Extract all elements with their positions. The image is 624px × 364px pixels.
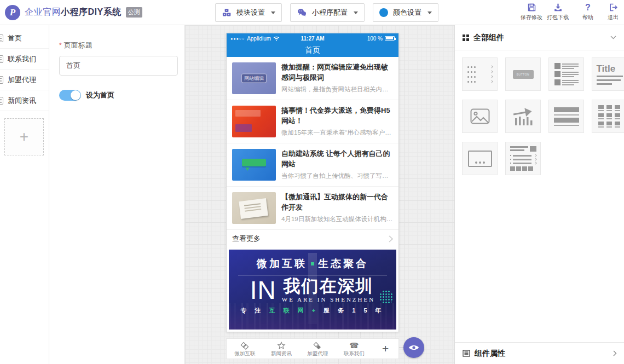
components-header[interactable]: 全部组件 (455, 25, 624, 50)
add-page-button[interactable]: + (4, 118, 44, 155)
page-title-field-label: *页面标题 (59, 41, 93, 50)
news-item[interactable]: 【微加通讯】互动媒体的新一代合作开发 4月19日新加坡知名互动媒体设计机构Pin… (227, 187, 398, 230)
tab-news[interactable]: 新闻资讯 (263, 340, 300, 357)
help-label: 帮助 (582, 14, 593, 21)
news-item[interactable]: 网站编辑 微加提醒：网页编辑应避免出现敏感词与极限词 网站编辑，是指负责网站栏目… (227, 57, 398, 100)
set-home-label: 设为首页 (86, 90, 114, 100)
banner-headline-right: 生态聚合 (318, 258, 368, 269)
view-more-button[interactable]: 查看更多 (227, 230, 398, 247)
news-summary: 网站编辑，是指负责网站栏目相关内容的… (281, 85, 393, 94)
page-doc-icon (0, 97, 3, 105)
components-grid: BUTTON Title (455, 50, 624, 182)
component-article-list[interactable] (505, 142, 541, 175)
save-floppy-icon (527, 3, 536, 12)
news-thumbnail (232, 192, 276, 224)
miniprogram-config-label: 小程序配置 (312, 8, 348, 18)
news-item[interactable]: 自助建站系统 让每个人拥有自己的网站 当你习惯了自拍上传优酷、习惯了写点小… (227, 143, 398, 187)
battery-percent-label: 100 % (367, 36, 383, 42)
component-carousel[interactable] (462, 142, 498, 175)
news-summary: 微加15年来一直秉承着“用心感动客户！”的… (281, 129, 393, 137)
page-doc-icon (0, 55, 3, 63)
miniprogram-config-button[interactable]: 小程序配置 (290, 3, 365, 22)
package-download-button[interactable]: 打包下载 (545, 3, 571, 21)
news-text: 【微加通讯】互动媒体的新一代合作开发 4月19日新加坡知名互动媒体设计机构Pin… (281, 192, 393, 224)
help-button[interactable]: ? 帮助 (580, 3, 596, 21)
sidebar-item-news[interactable]: 新闻资讯 (0, 90, 49, 111)
component-title[interactable]: Title (592, 57, 624, 91)
tab-agent[interactable]: 加盟代理 (299, 340, 336, 357)
color-settings-button[interactable]: 颜色设置 (373, 3, 438, 22)
page-doc-icon (0, 76, 3, 84)
sidebar-item-home[interactable]: 首页 (0, 28, 49, 49)
logo-letter: P (10, 7, 15, 18)
component-button[interactable]: BUTTON (505, 57, 541, 91)
component-properties-bar[interactable]: 组件属性 (455, 342, 624, 364)
list-rows-icon (467, 66, 493, 83)
chevron-down-icon (610, 36, 616, 39)
component-list-rows[interactable] (462, 57, 498, 91)
exit-button[interactable]: 退出 (605, 3, 621, 21)
page-title-input[interactable] (59, 56, 178, 76)
module-settings-button[interactable]: 模块设置 (215, 3, 282, 22)
banner-en-subtitle: WE ARE IN SHENZHEN (282, 296, 375, 303)
banner-headline-left: 微加互联 (257, 258, 307, 269)
text-blocks-icon (554, 107, 579, 126)
news-summary: 4月19日新加坡知名互动媒体设计机构Pinh… (281, 215, 393, 223)
sidebar-item-label: 联系我们 (8, 55, 36, 63)
header-actions: 保存修改 打包下载 ? 帮助 退出 (518, 3, 621, 21)
preview-eye-button[interactable] (403, 337, 424, 358)
page-doc-icon (0, 34, 3, 42)
required-mark: * (59, 42, 62, 49)
modules-cubes-icon (222, 8, 232, 18)
tags-diamond-icon (313, 342, 322, 350)
clock-label: 11:27 AM (301, 36, 325, 42)
statusbar-left: ●●●○○ Applidium (230, 36, 301, 42)
component-image[interactable] (462, 100, 498, 133)
carrier-label: Applidium (247, 36, 271, 42)
title-icon-word: Title (597, 64, 623, 73)
wifi-icon (273, 36, 280, 41)
view-more-label: 查看更多 (232, 234, 261, 244)
components-title: 全部组件 (473, 33, 504, 43)
chevron-right-icon (389, 235, 393, 242)
tab-label: 新闻资讯 (271, 350, 292, 357)
component-image-text-list[interactable] (548, 57, 584, 91)
tab-weijia[interactable]: 微加互联 (227, 340, 263, 357)
phone-nav-title: 首页 (305, 45, 320, 55)
caret-down-icon (271, 11, 275, 14)
set-home-toggle[interactable] (59, 90, 81, 101)
properties-list-icon (463, 350, 470, 357)
sidebar-item-agent[interactable]: 加盟代理 (0, 70, 49, 90)
news-title: 自助建站系统 让每个人拥有自己的网站 (281, 149, 393, 170)
news-item[interactable]: 搞事情！代金券大派送，免费得H5网站！ 微加15年来一直秉承着“用心感动客户！”… (227, 100, 398, 143)
tagline-green: 互 联 网 + (269, 307, 319, 314)
tab-contact[interactable]: ☎ 联系我们 (336, 340, 373, 357)
tab-label: 微加互联 (234, 350, 255, 357)
news-title: 【微加通讯】互动媒体的新一代合作开发 (281, 192, 393, 213)
properties-title: 组件属性 (475, 349, 505, 359)
banner-headline: 微加互联生态聚合 (229, 257, 396, 271)
component-chart[interactable] (505, 100, 541, 133)
news-title: 微加提醒：网页编辑应避免出现敏感词与极限词 (281, 62, 393, 83)
sidebar-item-label: 首页 (8, 34, 22, 42)
thumbnail-caption: 网站编辑 (241, 74, 267, 83)
sidebar-item-contact[interactable]: 联系我们 (0, 49, 49, 70)
news-text: 微加提醒：网页编辑应避免出现敏感词与极限词 网站编辑，是指负责网站栏目相关内容的… (281, 62, 393, 94)
plus-icon: + (382, 342, 389, 355)
banner-main-row: IN 我们在深圳 WE ARE IN SHENZHEN (229, 277, 396, 303)
image-icon (470, 108, 490, 124)
sidebar-item-label: 加盟代理 (8, 76, 36, 84)
button-icon: BUTTON (513, 70, 534, 79)
sidebar-item-label: 新闻资讯 (8, 96, 36, 105)
components-panel: 全部组件 BUTTON (454, 25, 624, 364)
tagline-pre: 专 注 (240, 307, 264, 314)
tab-add-button[interactable]: + (372, 342, 398, 355)
promo-banner[interactable]: 微加互联生态聚合 IN 我们在深圳 WE ARE IN SHENZHEN 专 注… (229, 250, 396, 330)
page-title-label-text: 页面标题 (64, 41, 93, 49)
news-text: 搞事情！代金券大派送，免费得H5网站！ 微加15年来一直秉承着“用心感动客户！”… (281, 106, 393, 137)
app-root: P 企业官网小程序DIY系统 公测 模块设置 (0, 0, 624, 364)
component-text-blocks[interactable] (548, 100, 584, 133)
save-button[interactable]: 保存修改 (518, 3, 545, 21)
eye-icon (408, 344, 419, 351)
component-grid-nine[interactable] (592, 100, 624, 133)
